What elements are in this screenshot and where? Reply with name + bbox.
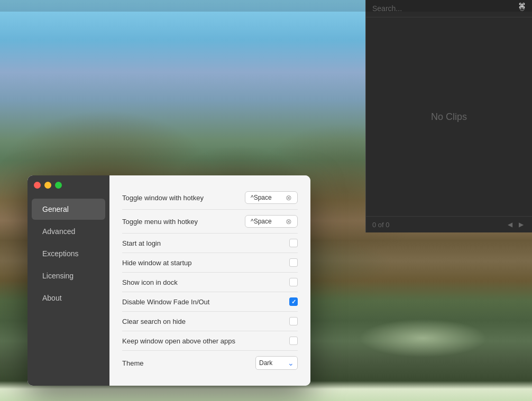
sidebar-item-about[interactable]: About — [32, 287, 105, 309]
setting-row-hide-window: Hide window at startup — [122, 253, 298, 273]
settings-window: General Advanced Exceptions Licensing Ab… — [27, 175, 310, 386]
setting-row-disable-fade: Disable Window Fade In/Out — [122, 292, 298, 312]
clipboard-panel: ⚙ No Clips 0 of 0 ◀ ▶ — [365, 0, 532, 232]
settings-sidebar: General Advanced Exceptions Licensing Ab… — [27, 175, 109, 386]
theme-select[interactable]: Dark ⌄ — [255, 356, 298, 370]
no-clips-label: No Clips — [431, 111, 467, 123]
sidebar-item-advanced[interactable]: Advanced — [32, 221, 105, 242]
nav-prev-button[interactable]: ◀ — [506, 220, 515, 229]
keep-window-checkbox[interactable] — [289, 337, 298, 345]
setting-row-keep-window: Keep window open above other apps — [122, 331, 298, 351]
toggle-menu-hotkey-input[interactable]: ^Space ⊗ — [245, 215, 298, 228]
keep-window-label: Keep window open above other apps — [122, 337, 235, 345]
setting-row-toggle-menu-hotkey: Toggle menu with hotkey ^Space ⊗ — [122, 210, 298, 234]
setting-row-show-icon: Show icon in dock — [122, 273, 298, 292]
sidebar-item-general[interactable]: General — [32, 199, 105, 220]
toggle-menu-hotkey-label: Toggle menu with hotkey — [122, 218, 198, 226]
clear-search-label: Clear search on hide — [122, 318, 186, 325]
theme-select-value: Dark — [259, 359, 272, 367]
minimize-button[interactable] — [44, 182, 51, 189]
toggle-hotkey-value: ^Space — [251, 194, 272, 201]
sidebar-item-exceptions[interactable]: Exceptions — [32, 243, 105, 264]
disable-fade-checkbox[interactable] — [289, 297, 298, 306]
settings-content: Toggle window with hotkey ^Space ⊗ Toggl… — [109, 175, 310, 386]
toggle-hotkey-input[interactable]: ^Space ⊗ — [245, 191, 298, 204]
setting-row-start-at-login: Start at login — [122, 234, 298, 253]
show-icon-label: Show icon in dock — [122, 278, 178, 286]
clear-search-checkbox[interactable] — [289, 317, 298, 325]
setting-row-clear-search: Clear search on hide — [122, 312, 298, 331]
menubar: ⌘ — [0, 0, 532, 12]
theme-label: Theme — [122, 359, 143, 367]
sidebar-item-licensing[interactable]: Licensing — [32, 265, 105, 286]
setting-row-theme: Theme Dark ⌄ — [122, 351, 298, 375]
maximize-button[interactable] — [55, 182, 62, 189]
toggle-hotkey-clear-icon[interactable]: ⊗ — [286, 194, 292, 201]
start-at-login-checkbox[interactable] — [289, 239, 298, 247]
nav-next-button[interactable]: ▶ — [517, 220, 526, 229]
show-icon-checkbox[interactable] — [289, 278, 298, 286]
toggle-menu-hotkey-value: ^Space — [251, 218, 272, 225]
start-at-login-label: Start at login — [122, 239, 161, 247]
clipboard-content-area: No Clips — [366, 17, 532, 216]
hide-window-checkbox[interactable] — [289, 258, 298, 267]
toggle-menu-hotkey-clear-icon[interactable]: ⊗ — [286, 218, 292, 225]
hide-window-label: Hide window at startup — [122, 259, 192, 267]
setting-row-toggle-hotkey: Toggle window with hotkey ^Space ⊗ — [122, 186, 298, 210]
close-button[interactable] — [34, 182, 41, 189]
toggle-hotkey-label: Toggle window with hotkey — [122, 194, 204, 202]
chevron-down-icon: ⌄ — [288, 359, 294, 367]
clipboard-footer: 0 of 0 ◀ ▶ — [366, 216, 532, 232]
clip-counter: 0 of 0 — [372, 221, 390, 229]
disable-fade-label: Disable Window Fade In/Out — [122, 298, 209, 306]
app-menu-icon[interactable]: ⌘ — [516, 0, 528, 12]
window-controls — [34, 182, 62, 189]
clipboard-nav: ◀ ▶ — [506, 220, 526, 229]
